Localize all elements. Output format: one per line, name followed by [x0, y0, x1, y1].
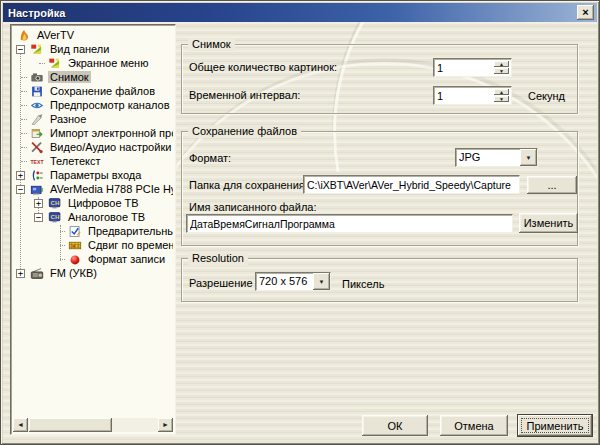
recorded-filename-label: Имя записанного файла:	[189, 200, 316, 214]
pixel-unit-label: Пиксель	[342, 277, 384, 291]
settings-tree: AVerTV−Вид панелиЭкранное менюСнимокСохр…	[10, 24, 176, 435]
eye-icon	[29, 99, 45, 112]
cancel-button[interactable]: Отмена	[440, 415, 508, 436]
spin-up-icon[interactable]: ▲	[494, 61, 509, 67]
group-snapshot: Снимок	[181, 44, 578, 114]
avertv-logo-icon	[16, 29, 32, 42]
chevron-down-icon: ▼	[526, 155, 532, 161]
scrollbar-thumb[interactable]	[29, 418, 112, 432]
fm-radio-icon	[29, 267, 45, 280]
browse-button-label: ...	[547, 179, 556, 191]
tree-item-timeshift[interactable]: Сдвиг по времени	[13, 238, 173, 252]
svg-text:CH: CH	[51, 199, 60, 206]
close-button[interactable]: ×	[577, 5, 594, 20]
recorded-filename-field	[186, 214, 513, 233]
save-folder-input[interactable]	[304, 176, 519, 193]
apply-button[interactable]: Применить	[518, 415, 592, 436]
tree-item-label: Экранное меню	[66, 57, 150, 69]
title-bar[interactable]: Настройка ×	[3, 3, 597, 22]
tree-item-panel-view[interactable]: −Вид панели	[13, 42, 173, 56]
scroll-right-icon: ►	[162, 421, 169, 428]
panel-icon	[29, 43, 45, 56]
tree-item-analog-tv[interactable]: −CHАналоговое ТВ	[13, 210, 173, 224]
resolution-dropdown-value: 720 x 576	[256, 273, 313, 290]
change-button[interactable]: Изменить	[519, 213, 578, 233]
precheck-icon	[67, 225, 83, 238]
import-icon	[29, 127, 45, 140]
svg-text:CH: CH	[51, 213, 60, 220]
tree-item-snapshot[interactable]: Снимок	[13, 70, 173, 84]
capture-card-icon	[29, 183, 45, 196]
scroll-left-button[interactable]: ◄	[13, 418, 28, 432]
tree-item-label: Параметры входа	[48, 169, 143, 181]
panel-icon	[47, 57, 63, 70]
expand-icon[interactable]: +	[16, 269, 25, 278]
tree-item-channel-preview[interactable]: Предпросмотр каналов	[13, 98, 173, 112]
tree-item-label: AVerTV	[35, 29, 76, 41]
total-pictures-label: Общее количество картинок:	[189, 60, 337, 74]
spin-up-icon[interactable]: ▲	[494, 89, 509, 95]
scrollbar-track[interactable]	[28, 418, 158, 432]
tree-item-file-saving[interactable]: Сохранение файлов	[13, 84, 173, 98]
tree-item-label: Телетекст	[48, 155, 103, 167]
tree-item-device[interactable]: −AVerMedia H788 PCIe Hybri	[13, 182, 173, 196]
spin-down-icon[interactable]: ▼	[494, 68, 509, 74]
scroll-right-button[interactable]: ►	[158, 418, 173, 432]
camera-icon	[29, 71, 45, 84]
time-interval-spinner: ▲ ▼	[494, 89, 509, 102]
tree-item-misc[interactable]: Разное	[13, 112, 173, 126]
chevron-down-icon: ▼	[319, 279, 325, 285]
resolution-dropdown[interactable]: 720 x 576 ▼	[255, 272, 331, 291]
tree-item-label: Снимок	[48, 71, 91, 83]
input-params-icon	[29, 169, 45, 182]
change-button-label: Изменить	[524, 217, 574, 229]
tree-item-preliminary[interactable]: Предварительный	[13, 224, 173, 238]
ok-button[interactable]: ОК	[362, 415, 428, 436]
record-format-icon	[67, 253, 83, 266]
tree-item-label: AVerMedia H788 PCIe Hybri	[48, 183, 173, 195]
apply-button-label: Применить	[527, 420, 584, 432]
window-title: Настройка	[8, 7, 65, 19]
dropdown-button[interactable]: ▼	[313, 273, 330, 290]
tree-item-label: Аналоговое ТВ	[66, 211, 147, 223]
floppy-icon	[29, 85, 45, 98]
recorded-filename-input[interactable]	[187, 215, 512, 232]
tree-item-fm[interactable]: +FM (УКВ)	[13, 266, 173, 280]
format-dropdown[interactable]: JPG ▼	[455, 148, 538, 167]
collapse-icon[interactable]: −	[16, 185, 25, 194]
tree-item-avertv[interactable]: AVerTV	[13, 28, 173, 42]
tree-item-label: Предпросмотр каналов	[48, 99, 172, 111]
save-folder-label: Папка для сохранения:	[189, 178, 308, 192]
tree-item-record-format[interactable]: Формат записи	[13, 252, 173, 266]
expand-icon[interactable]: +	[16, 171, 25, 180]
total-pictures-spinner: ▲ ▼	[494, 61, 509, 74]
group-file-saving-title: Сохранение файлов	[188, 125, 301, 138]
tree-item-epg-import[interactable]: Импорт электронной прог	[13, 126, 173, 140]
tree-item-label: FM (УКВ)	[48, 267, 99, 279]
time-interval-label: Временной интервал:	[189, 88, 300, 102]
svg-text:TEXT: TEXT	[31, 158, 45, 164]
browse-button[interactable]: ...	[527, 176, 577, 194]
scroll-left-icon: ◄	[17, 421, 24, 428]
seconds-unit-label: Секунд	[528, 89, 565, 103]
save-folder-field	[303, 175, 520, 194]
dropdown-button[interactable]: ▼	[520, 149, 537, 166]
tree-item-label: Цифровое ТВ	[66, 197, 141, 209]
settings-dialog: Настройка × AVerTV−Вид панелиЭкранное ме…	[0, 0, 600, 445]
tree-item-teletext[interactable]: TEXTТелетекст	[13, 154, 173, 168]
expand-icon[interactable]: +	[34, 199, 43, 208]
tree-item-label: Сохранение файлов	[48, 85, 157, 97]
tree-item-input-params[interactable]: +Параметры входа	[13, 168, 173, 182]
collapse-icon[interactable]: −	[34, 213, 43, 222]
tree-item-digital-tv[interactable]: +CHЦифровое ТВ	[13, 196, 173, 210]
tree-item-video-audio[interactable]: Видео/Аудио настройки	[13, 140, 173, 154]
spin-down-icon[interactable]: ▼	[494, 96, 509, 102]
close-icon: ×	[582, 6, 588, 18]
tree-item-label: Вид панели	[48, 43, 111, 55]
tree-item-label: Импорт электронной прог	[48, 127, 173, 139]
collapse-icon[interactable]: −	[16, 45, 25, 54]
tree-horizontal-scrollbar[interactable]: ◄ ►	[13, 418, 173, 432]
tree-item-label: Сдвиг по времени	[86, 239, 173, 251]
format-label: Формат:	[189, 151, 231, 165]
tree-item-screen-menu[interactable]: Экранное меню	[13, 56, 173, 70]
